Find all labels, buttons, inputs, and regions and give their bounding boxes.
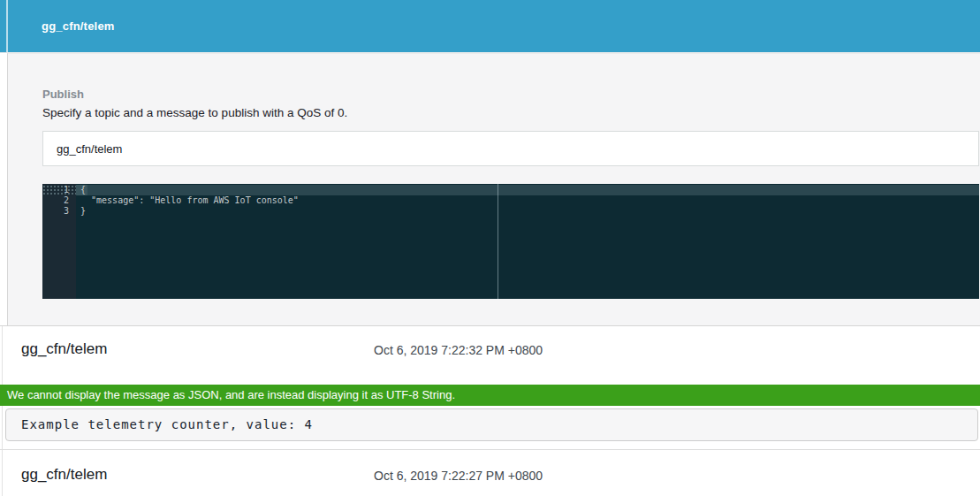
utf8-notice-banner: We cannot display the message as JSON, a… [0,385,980,406]
message-timestamp: Oct 6, 2019 7:22:32 PM +0800 [374,343,543,357]
editor-code-line: 1 { [42,185,979,195]
code-text: { [76,185,87,195]
publish-description: Specify a topic and a message to publish… [42,106,347,119]
line-number: 3 [42,206,76,217]
feed-left-border [2,326,3,496]
line-number: 1 [42,185,76,195]
topic-header-bar: gg_cfn/telem [0,0,980,53]
editor-code-line: 2 "message": "Hello from AWS IoT console… [42,195,979,206]
message-payload-block: Example telemetry counter, value: 4 [5,408,978,441]
message-payload-text: Example telemetry counter, value: 4 [6,409,977,440]
publish-heading: Publish [42,88,84,101]
topic-header-title: gg_cfn/telem [42,0,115,52]
message-topic: gg_cfn/telem [21,340,107,358]
code-text: } [76,206,86,217]
editor-code-lines: 1 { 2 "message": "Hello from AWS IoT con… [42,185,979,217]
publish-panel: Publish Specify a topic and a message to… [7,52,980,325]
message-topic: gg_cfn/telem [21,466,107,484]
message-feed: gg_cfn/telem Oct 6, 2019 7:22:32 PM +080… [0,325,980,496]
publish-topic-input[interactable] [42,131,979,166]
payload-code-editor[interactable]: 1 { 2 "message": "Hello from AWS IoT con… [42,184,979,299]
code-text: "message": "Hello from AWS IoT console" [76,195,299,206]
editor-code-line: 3 } [42,206,979,217]
line-number: 2 [42,195,76,206]
message-divider [0,449,980,450]
header-edge-divider [6,0,8,52]
message-timestamp: Oct 6, 2019 7:22:27 PM +0800 [374,469,543,483]
